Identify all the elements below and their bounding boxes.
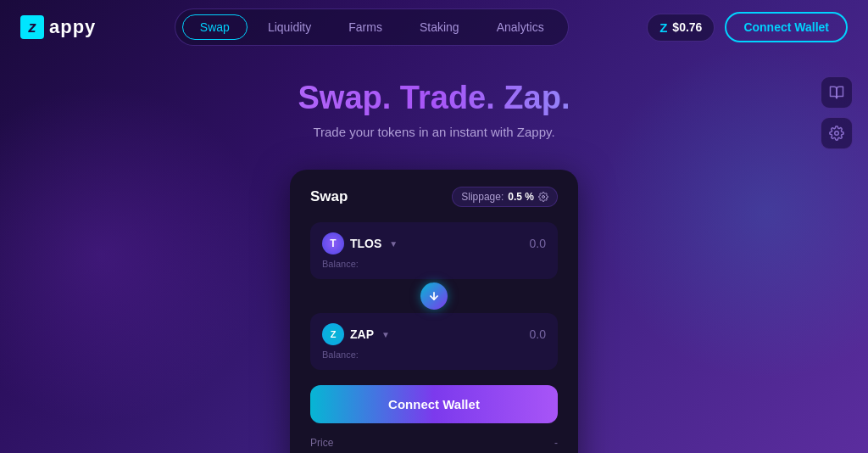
price-info: Price - Price Impact ℹ - [310,433,558,453]
swap-card-title: Swap [310,188,348,205]
book-icon-button[interactable] [821,76,853,109]
svg-point-1 [542,196,545,199]
swap-arrow-wrapper [310,282,558,310]
to-token-top: Z ZAP ▼ 0.0 [322,323,546,345]
price-row: Price - [310,437,558,449]
hero-section: Swap. Trade. Zap. Trade your tokens in a… [0,54,868,156]
connect-wallet-card-button[interactable]: Connect Wallet [310,385,558,423]
from-token-row: T TLOS ▼ 0.0 Balance: [310,222,558,279]
svg-point-0 [835,131,839,136]
header: z appy Swap Liquidity Farms Staking Anal… [0,0,868,54]
swap-card-wrapper: Swap Slippage: 0.5 % T TLOS ▼ 0.0 Bala [0,170,868,453]
logo-text: appy [49,16,96,38]
from-token-chevron-icon: ▼ [389,239,398,249]
nav-item-staking[interactable]: Staking [403,15,476,39]
price-value: $0.76 [672,20,702,34]
to-token-chevron-icon: ▼ [381,330,390,339]
from-token-name: TLOS [350,237,381,250]
to-token-balance: Balance: [322,350,546,360]
from-token-selector[interactable]: T TLOS ▼ [322,232,398,254]
connect-wallet-header-button[interactable]: Connect Wallet [725,12,848,42]
nav-item-analytics[interactable]: Analytics [480,15,561,39]
hero-title: Swap. Trade. Zap. [0,80,868,116]
to-token-selector[interactable]: Z ZAP ▼ [322,323,390,345]
nav: Swap Liquidity Farms Staking Analytics [175,8,569,46]
settings-icon-button[interactable] [821,117,853,149]
swap-card-header: Swap Slippage: 0.5 % [310,187,558,207]
from-token-balance: Balance: [322,259,546,269]
slippage-label: Slippage: [461,191,504,203]
side-icons [821,76,853,149]
slippage-value: 0.5 % [508,191,534,203]
swap-card: Swap Slippage: 0.5 % T TLOS ▼ 0.0 Bala [290,170,578,453]
logo: z appy [20,15,96,39]
zap-icon: Z [322,323,344,345]
to-token-amount[interactable]: 0.0 [530,327,546,341]
to-token-row: Z ZAP ▼ 0.0 Balance: [310,313,558,370]
from-token-top: T TLOS ▼ 0.0 [322,232,546,254]
nav-item-farms[interactable]: Farms [331,15,399,39]
hero-subtitle: Trade your tokens in an instant with Zap… [0,125,868,139]
logo-z-icon: z [20,15,44,39]
slippage-settings-icon [538,192,548,202]
price-z-icon: Z [659,20,667,35]
swap-direction-button[interactable] [420,282,448,310]
tlos-icon: T [322,232,344,254]
price-label: Price [310,437,333,449]
to-token-name: ZAP [350,327,374,341]
slippage-badge[interactable]: Slippage: 0.5 % [452,187,558,207]
header-right: Z $0.76 Connect Wallet [647,12,848,42]
nav-item-swap[interactable]: Swap [182,14,248,40]
price-badge: Z $0.76 [647,14,715,42]
nav-item-liquidity[interactable]: Liquidity [251,15,328,39]
from-token-amount[interactable]: 0.0 [530,237,546,250]
price-row-value: - [554,437,558,449]
